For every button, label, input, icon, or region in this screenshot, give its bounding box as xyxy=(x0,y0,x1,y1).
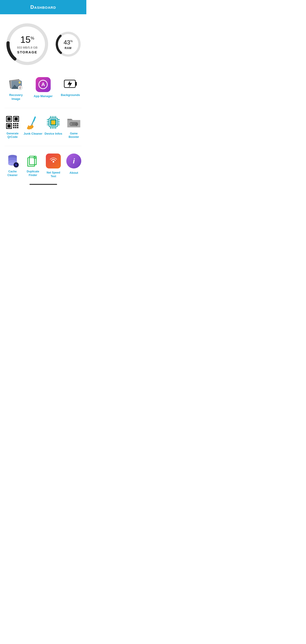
svg-rect-25 xyxy=(14,118,18,120)
storage-detail: 933 MB/5.8 GB xyxy=(17,46,38,49)
app-manager-item[interactable]: A App Manager xyxy=(34,76,53,98)
storage-info: 15% 933 MB/5.8 GB STORAGE xyxy=(17,34,38,54)
svg-point-67 xyxy=(76,123,77,124)
svg-line-44 xyxy=(32,125,32,128)
grid-row-2-section: GenerateQrCode Junk Clean xyxy=(0,110,86,144)
cache-cleaner-icon xyxy=(5,153,20,168)
app-manager-icon: A xyxy=(35,76,51,92)
cache-cleaner-label: CacheCleaner xyxy=(7,170,18,177)
svg-point-68 xyxy=(75,124,76,125)
svg-rect-29 xyxy=(13,123,14,124)
divider-2 xyxy=(4,146,82,146)
net-speed-test-item[interactable]: Net SpeedTest xyxy=(44,153,63,178)
svg-line-39 xyxy=(34,117,35,121)
home-indicator xyxy=(30,184,57,185)
storage-percent: 15% xyxy=(17,34,38,45)
svg-point-70 xyxy=(76,125,77,126)
grid-row-1-section: Recovery Image A App Manager xyxy=(0,72,86,106)
svg-rect-30 xyxy=(15,123,16,124)
recovery-image-item[interactable]: Recovery Image xyxy=(6,76,26,101)
svg-rect-47 xyxy=(51,120,56,125)
qrcode-icon xyxy=(5,115,20,130)
divider-1 xyxy=(4,108,82,108)
junk-cleaner-item[interactable]: Junk Cleaner xyxy=(23,115,43,136)
svg-line-42 xyxy=(29,126,30,129)
svg-rect-17 xyxy=(75,82,77,86)
svg-rect-66 xyxy=(70,124,72,124)
junk-cleaner-label: Junk Cleaner xyxy=(24,132,42,136)
device-infos-icon xyxy=(46,115,61,130)
game-booster-icon xyxy=(66,115,81,130)
duplicate-finder-label: DuplicateFinder xyxy=(27,170,39,177)
svg-rect-32 xyxy=(13,125,14,126)
ram-label: RAM xyxy=(64,46,73,50)
svg-rect-37 xyxy=(15,125,16,126)
svg-rect-35 xyxy=(15,127,16,128)
device-infos-item[interactable]: Device Infos xyxy=(44,115,63,136)
net-speed-test-icon xyxy=(45,153,62,169)
ram-gauge: 43% RAM xyxy=(54,30,82,58)
qrcode-label: GenerateQrCode xyxy=(6,132,18,139)
backgrounds-label: Backgrounds xyxy=(61,93,80,97)
generate-qrcode-item[interactable]: GenerateQrCode xyxy=(3,115,22,139)
grid-row-2: GenerateQrCode Junk Clean xyxy=(2,115,84,139)
svg-point-9 xyxy=(18,81,20,83)
ram-info: 43% RAM xyxy=(64,39,73,50)
recovery-image-label: Recovery Image xyxy=(6,93,26,101)
svg-rect-28 xyxy=(7,124,10,128)
game-booster-item[interactable]: GameBooster xyxy=(64,115,84,139)
app-header: Dashboard xyxy=(0,0,86,14)
svg-rect-22 xyxy=(7,118,10,120)
backgrounds-icon xyxy=(63,76,78,92)
bottom-bar xyxy=(0,183,86,187)
cache-cleaner-item[interactable]: CacheCleaner xyxy=(3,153,22,177)
grid-row-3: CacheCleaner DuplicateFinder xyxy=(2,153,84,178)
grid-row-1: Recovery Image A App Manager xyxy=(2,76,84,101)
storage-label: STORAGE xyxy=(17,50,38,54)
svg-rect-34 xyxy=(13,127,14,128)
junk-cleaner-icon xyxy=(26,115,40,130)
net-speed-test-label: Net SpeedTest xyxy=(47,171,60,178)
storage-gauge: 15% 933 MB/5.8 GB STORAGE xyxy=(4,21,50,67)
about-label: About xyxy=(70,171,78,175)
svg-rect-31 xyxy=(17,123,18,124)
device-infos-label: Device Infos xyxy=(45,132,62,136)
svg-point-82 xyxy=(52,161,54,162)
backgrounds-item[interactable]: Backgrounds xyxy=(60,76,80,97)
svg-rect-33 xyxy=(17,125,18,126)
about-item[interactable]: i About xyxy=(64,153,84,175)
grid-row-3-section: CacheCleaner DuplicateFinder xyxy=(0,148,86,183)
page-title: Dashboard xyxy=(30,4,56,10)
recovery-image-icon xyxy=(8,76,24,92)
about-icon: i xyxy=(66,153,82,169)
app-manager-label: App Manager xyxy=(34,94,52,98)
game-booster-label: GameBooster xyxy=(68,132,79,139)
svg-rect-36 xyxy=(17,127,18,128)
duplicate-finder-item[interactable]: DuplicateFinder xyxy=(23,153,43,177)
svg-point-69 xyxy=(77,124,78,125)
duplicate-finder-icon xyxy=(26,153,40,168)
ram-percent: 43% xyxy=(64,39,73,46)
gauges-section: 15% 933 MB/5.8 GB STORAGE 43% RAM xyxy=(0,14,86,72)
